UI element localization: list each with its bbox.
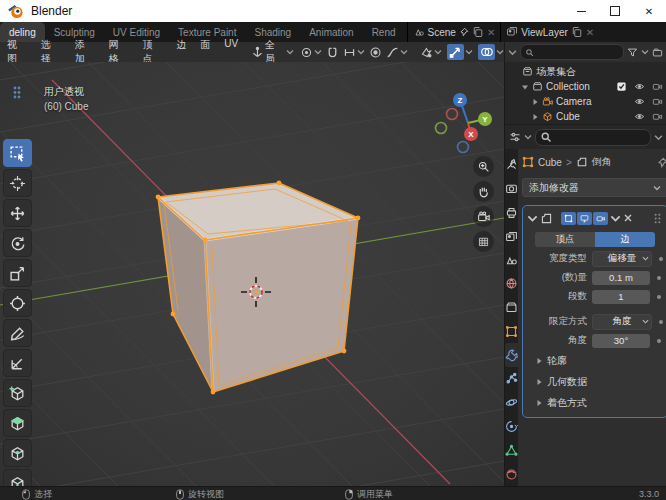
properties-tab-viewlayer[interactable]	[505, 224, 518, 248]
tri-right-icon[interactable]	[531, 113, 539, 121]
axis-neg-y[interactable]	[436, 123, 447, 134]
axis-neg-z[interactable]	[458, 142, 469, 153]
edit-mode-display-toggle[interactable]	[561, 212, 576, 225]
outliner-mode-chevron-icon[interactable]	[508, 48, 517, 57]
workspace-tab-animation[interactable]: Animation	[300, 22, 362, 42]
properties-search-input[interactable]	[535, 129, 651, 146]
breadcrumb-object[interactable]: Cube	[538, 157, 562, 168]
properties-tab-render[interactable]	[505, 177, 518, 201]
properties-tab-material[interactable]	[505, 462, 518, 486]
render-camera-icon[interactable]	[652, 111, 663, 122]
duplicate-scene-icon[interactable]	[472, 26, 484, 38]
extrude-tool-button[interactable]	[3, 409, 32, 437]
minimize-button[interactable]	[564, 0, 598, 22]
filter-icon[interactable]	[627, 47, 638, 58]
eye-icon[interactable]	[634, 81, 645, 92]
box-select-tool-button[interactable]	[3, 139, 32, 167]
gizmos[interactable]	[447, 44, 473, 60]
annotate-tool-button[interactable]	[3, 319, 32, 347]
properties-tab-constraints[interactable]	[505, 415, 518, 439]
zoom-button[interactable]	[473, 156, 494, 177]
properties-tab-modifier[interactable]	[505, 343, 518, 367]
section-profile[interactable]: 轮廓	[527, 353, 663, 369]
toggle-ortho-button[interactable]	[473, 231, 494, 252]
modifier-extras-chevron-icon[interactable]	[610, 213, 621, 224]
delete-modifier-icon[interactable]	[623, 213, 633, 223]
outliner-row-Camera[interactable]: Camera	[505, 94, 666, 109]
properties-tab-object-data[interactable]	[505, 438, 518, 462]
workspace-tab-rend[interactable]: Rend	[363, 22, 405, 42]
section-geometry[interactable]: 几何数据	[527, 374, 663, 390]
breadcrumb-modifier[interactable]: 倒角	[592, 155, 612, 169]
visibility[interactable]	[420, 46, 442, 59]
properties-tab-object[interactable]	[505, 319, 518, 343]
eye-icon[interactable]	[634, 96, 645, 107]
expand-chevron-icon[interactable]	[527, 213, 538, 224]
3d-viewport[interactable]: 用户透视 (60) Cube Z Y X	[0, 62, 504, 486]
limit-method-animate-dot[interactable]	[659, 320, 663, 324]
properties-tab-tool[interactable]	[505, 153, 518, 177]
properties-tab-output[interactable]	[505, 201, 518, 225]
angle-animate-dot[interactable]	[657, 339, 661, 343]
measure-tool-button[interactable]	[3, 349, 32, 377]
width-type-animate-dot[interactable]	[659, 257, 663, 261]
outliner-row-Collection[interactable]: Collection	[505, 79, 666, 94]
render-camera-icon[interactable]	[652, 96, 663, 107]
add-modifier-button[interactable]: 添加修改器	[522, 178, 666, 197]
snap-target[interactable]	[343, 46, 365, 59]
tri-down-icon[interactable]	[521, 83, 529, 91]
pivot-point[interactable]	[300, 46, 322, 59]
properties-tab-scene[interactable]	[505, 248, 518, 272]
amount-animate-dot[interactable]	[657, 276, 661, 280]
duplicate-viewlayer-icon[interactable]	[571, 26, 583, 38]
viewlayer-selector[interactable]: ViewLayer ✕	[500, 22, 599, 42]
scene-selector[interactable]: Scene ✕	[407, 22, 501, 42]
pin-id-icon[interactable]	[657, 157, 666, 168]
affect-tab-边[interactable]: 边	[595, 232, 655, 247]
axis-neg-x[interactable]	[447, 109, 458, 120]
section-shading[interactable]: 着色方式	[527, 395, 663, 411]
transform-tool-button[interactable]	[3, 289, 32, 317]
render-display-toggle[interactable]	[593, 212, 608, 225]
properties-tab-particles[interactable]	[505, 367, 518, 391]
properties-options-chevron-icon[interactable]	[654, 133, 663, 142]
tri-right-icon[interactable]	[531, 98, 539, 106]
pan-hand-button[interactable]	[473, 181, 494, 202]
outliner-row-Cube[interactable]: Cube	[505, 109, 666, 124]
amount-input[interactable]: 0.1 m	[592, 271, 650, 285]
new-collection-icon[interactable]	[652, 47, 663, 58]
toolbar-drag-handle-icon[interactable]	[13, 86, 21, 99]
eye-icon[interactable]	[634, 111, 645, 122]
angle-input[interactable]: 30°	[592, 334, 650, 348]
camera-view-button[interactable]	[473, 206, 494, 227]
close-button[interactable]: ✕	[632, 0, 666, 22]
cursor-tool-button[interactable]	[3, 169, 32, 197]
proportional-editing[interactable]	[369, 46, 382, 59]
snap-magnet[interactable]	[326, 46, 339, 59]
properties-tab-physics[interactable]	[505, 391, 518, 415]
properties-tab-collection[interactable]	[505, 296, 518, 320]
scale-tool-button[interactable]	[3, 259, 32, 287]
outliner-search-input[interactable]	[520, 44, 624, 60]
modifier-drag-handle-icon[interactable]	[652, 213, 663, 224]
affect-tab-顶点[interactable]: 顶点	[535, 232, 595, 247]
render-camera-icon[interactable]	[652, 81, 663, 92]
inset-tool-button[interactable]	[3, 439, 32, 467]
checkbox-icon[interactable]	[616, 81, 627, 92]
properties-editor-icon[interactable]	[509, 131, 521, 143]
maximize-button[interactable]	[598, 0, 632, 22]
segments-input[interactable]: 1	[592, 290, 650, 304]
segments-animate-dot[interactable]	[657, 295, 661, 299]
filter-chevron-icon[interactable]	[641, 48, 649, 56]
realtime-display-toggle[interactable]	[577, 212, 592, 225]
outliner-row-场景集合[interactable]: 场景集合	[505, 64, 666, 79]
falloff-curve[interactable]	[386, 46, 408, 59]
pin-icon[interactable]	[459, 27, 469, 37]
add-cube-tool-button[interactable]	[3, 379, 32, 407]
editor-chevron-icon[interactable]	[524, 133, 532, 141]
rotate-tool-button[interactable]	[3, 229, 32, 257]
width-type-dropdown[interactable]: 偏移量	[592, 251, 652, 267]
navigation-gizmo[interactable]: Z Y X	[433, 87, 503, 157]
overlays[interactable]	[478, 44, 504, 60]
limit-method-dropdown[interactable]: 角度	[592, 314, 652, 330]
